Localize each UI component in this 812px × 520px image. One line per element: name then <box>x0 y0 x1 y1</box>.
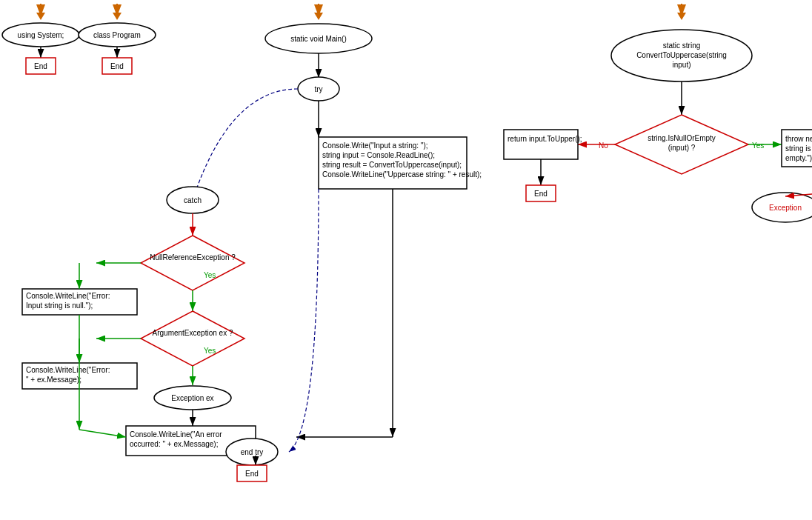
console-block-label: Console.Write("Input a string: "); <box>322 141 428 150</box>
svg-text:Console.WriteLine("Uppercase s: Console.WriteLine("Uppercase string: " +… <box>322 170 482 179</box>
svg-marker-12 <box>314 13 323 20</box>
return-to-upper-node <box>504 130 578 159</box>
svg-line-36 <box>79 430 126 437</box>
svg-text:string.IsNullOrEmpty: string.IsNullOrEmpty <box>648 134 716 142</box>
class-program-label: class Program <box>93 31 141 39</box>
console-null-label: Console.WriteLine("Error: <box>26 292 110 300</box>
svg-marker-9 <box>113 13 122 20</box>
end-label-1: End <box>34 62 47 70</box>
static-void-main-label: static void Main() <box>290 35 347 43</box>
exception-terminal-label: Exception <box>769 204 802 212</box>
null-ref-diamond <box>141 236 244 290</box>
svg-text:No: No <box>599 141 608 150</box>
end-try-label: end try <box>241 448 264 456</box>
svg-text:NullReferenceException ?: NullReferenceException ? <box>150 253 236 261</box>
arg-ex-diamond <box>141 311 244 366</box>
svg-text:Input string is null.");: Input string is null."); <box>26 301 93 310</box>
svg-text:Yes: Yes <box>752 141 764 150</box>
exception-ex-label: Exception ex <box>171 394 213 402</box>
svg-text:ArgumentException ex ?: ArgumentException ex ? <box>153 329 233 337</box>
flowchart-diagram: using System; End class Program End stat… <box>0 0 812 520</box>
try-label: try <box>314 85 322 93</box>
svg-text:empty.");: empty."); <box>785 154 812 162</box>
console-error-label: Console.WriteLine("Error: <box>26 366 110 374</box>
svg-text:Yes: Yes <box>204 347 216 355</box>
catch-label: catch <box>184 196 202 204</box>
console-an-error-label: Console.WriteLine("An error <box>130 430 222 439</box>
svg-text:input): input) <box>672 61 690 69</box>
return-to-upper-label: return input.ToUpper(); <box>508 135 582 143</box>
svg-marker-6 <box>36 13 45 20</box>
end-label-3: End <box>245 470 259 478</box>
svg-text:ConvertToUppercase(string: ConvertToUppercase(string <box>636 51 727 59</box>
svg-text:(input) ?: (input) ? <box>668 144 696 152</box>
svg-text:Yes: Yes <box>204 271 216 279</box>
svg-text:occurred: " + ex.Message);: occurred: " + ex.Message); <box>130 440 218 448</box>
svg-text:" + ex.Message);: " + ex.Message); <box>26 376 81 384</box>
svg-text:string input = Console.ReadLin: string input = Console.ReadLine(); <box>322 151 435 159</box>
end-label-4: End <box>534 190 548 198</box>
svg-marker-39 <box>677 13 686 20</box>
throw-arg-ex-label: throw new ArgumentException("Input <box>785 135 812 143</box>
svg-text:string is null or: string is null or <box>785 144 812 153</box>
end-label-2: End <box>110 62 124 70</box>
svg-text:static string: static string <box>663 41 701 50</box>
svg-text:string result = ConvertToUpper: string result = ConvertToUppercase(input… <box>322 161 462 169</box>
using-system-label: using System; <box>18 31 64 39</box>
